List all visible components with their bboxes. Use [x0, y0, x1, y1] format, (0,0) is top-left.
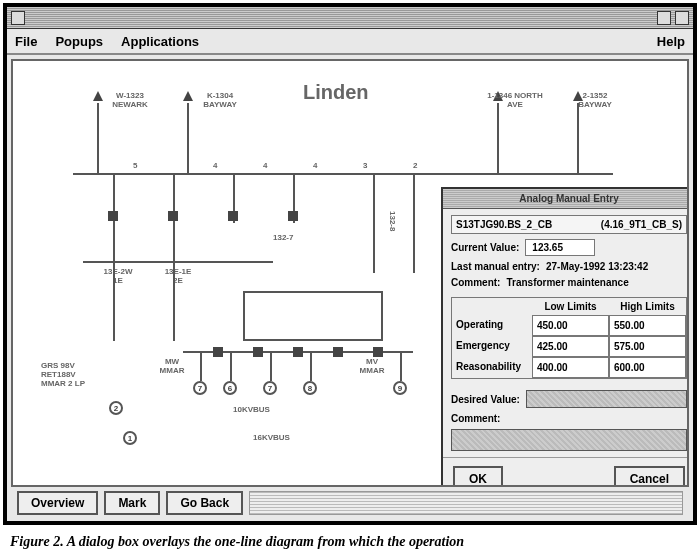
line [497, 103, 499, 173]
generator-icon[interactable]: 6 [223, 381, 237, 395]
node-label: 3 [363, 161, 367, 170]
menu-popups[interactable]: Popups [55, 34, 103, 49]
current-value: 123.65 [525, 239, 595, 256]
line [173, 261, 175, 341]
emergency-low[interactable]: 425.00 [532, 336, 609, 357]
system-menu-icon[interactable] [11, 11, 25, 25]
bottom-label: MW MMAR [153, 357, 191, 375]
line [270, 351, 272, 381]
comment-label: Comment: [451, 277, 500, 288]
side-label: 13E-1E 2E [159, 267, 197, 285]
dialog-titlebar[interactable]: Analog Manual Entry [443, 189, 689, 209]
left-stack-label: GRS 98V RET188V MMAR 2 LP [41, 361, 91, 388]
bus [83, 261, 273, 263]
generator-icon[interactable]: 7 [263, 381, 277, 395]
maximize-icon[interactable] [675, 11, 689, 25]
line [187, 103, 189, 173]
breaker-icon[interactable] [168, 211, 178, 221]
operating-high[interactable]: 550.00 [609, 315, 686, 336]
cancel-button[interactable]: Cancel [614, 466, 685, 487]
emergency-high[interactable]: 575.00 [609, 336, 686, 357]
comment-value: Transformer maintenance [506, 277, 628, 288]
col-low-limits: Low Limits [532, 298, 609, 315]
col-high-limits: High Limits [609, 298, 686, 315]
bus-label: 10KVBUS [233, 405, 270, 414]
line [113, 261, 115, 341]
row-reasonability-label: Reasonability [452, 357, 532, 378]
mark-button[interactable]: Mark [104, 491, 160, 515]
breaker-icon[interactable] [373, 347, 383, 357]
reasonability-high[interactable]: 600.00 [609, 357, 686, 378]
generator-icon[interactable]: 8 [303, 381, 317, 395]
side-label: 13E-2W 1E [99, 267, 137, 285]
node-label: 2 [413, 161, 417, 170]
breaker-icon[interactable] [288, 211, 298, 221]
bottom-toolbar: Overview Mark Go Back [11, 489, 689, 517]
feeder-label: 1-1346 NORTH AVE [485, 91, 545, 109]
comment-input[interactable] [451, 429, 687, 451]
line [310, 351, 312, 381]
feeder-label: 2-1352 BAYWAY [565, 91, 625, 109]
menubar: File Popups Applications Help [7, 29, 693, 55]
operating-low[interactable]: 450.00 [532, 315, 609, 336]
point-id: S13TJG90.BS_2_CB [456, 219, 552, 230]
diagram-title: Linden [303, 81, 369, 104]
breaker-icon[interactable] [228, 211, 238, 221]
mid-label: 132-8 [388, 211, 397, 231]
generator-box[interactable] [243, 291, 383, 341]
breaker-icon[interactable] [213, 347, 223, 357]
line [200, 351, 202, 381]
line [97, 103, 99, 173]
desired-value-label: Desired Value: [451, 394, 520, 405]
generator-icon[interactable]: 2 [109, 401, 123, 415]
manual-entry-dialog: Analog Manual Entry S13TJG90.BS_2_CB (4.… [441, 187, 689, 487]
reasonability-low[interactable]: 400.00 [532, 357, 609, 378]
bus-label: 16KVBUS [253, 433, 290, 442]
breaker-icon[interactable] [333, 347, 343, 357]
line [113, 221, 115, 261]
toolbar-spacer [249, 491, 683, 515]
line [577, 103, 579, 173]
line [173, 221, 175, 261]
feeder-label: W-1323 NEWARK [105, 91, 155, 109]
desired-value-input[interactable] [526, 390, 687, 408]
ok-button[interactable]: OK [453, 466, 503, 487]
breaker-icon[interactable] [293, 347, 303, 357]
line [373, 173, 375, 273]
breaker-icon[interactable] [108, 211, 118, 221]
generator-icon[interactable]: 1 [123, 431, 137, 445]
feeder-arrow-icon [183, 91, 193, 101]
menu-help[interactable]: Help [657, 34, 685, 49]
line [400, 351, 402, 381]
row-operating-label: Operating [452, 315, 532, 336]
node-label: 4 [213, 161, 217, 170]
bus [73, 173, 613, 175]
bottom-label: MV MMAR [353, 357, 391, 375]
current-value-label: Current Value: [451, 242, 519, 253]
goback-button[interactable]: Go Back [166, 491, 243, 515]
menu-file[interactable]: File [15, 34, 37, 49]
node-label: 4 [313, 161, 317, 170]
point-id-line: S13TJG90.BS_2_CB (4.16_9T1_CB_S) [451, 215, 687, 234]
generator-icon[interactable]: 9 [393, 381, 407, 395]
breaker-icon[interactable] [253, 347, 263, 357]
limits-table: Low Limits High Limits Operating 450.00 … [451, 297, 687, 379]
feeder-label: K-1304 BAYWAY [195, 91, 245, 109]
last-entry-value: 27-May-1992 13:23:42 [546, 261, 648, 272]
menu-applications[interactable]: Applications [121, 34, 199, 49]
point-code: (4.16_9T1_CB_S) [601, 219, 682, 230]
line [230, 351, 232, 381]
minimize-icon[interactable] [657, 11, 671, 25]
generator-icon[interactable]: 7 [193, 381, 207, 395]
row-emergency-label: Emergency [452, 336, 532, 357]
last-entry-label: Last manual entry: [451, 261, 540, 272]
figure-caption: Figure 2. A dialog box overlays the one-… [10, 534, 464, 550]
comment-input-label: Comment: [451, 413, 687, 424]
workarea: Linden W-1323 NEWARK K-1304 BAYWAY 1-134… [11, 59, 689, 487]
overview-button[interactable]: Overview [17, 491, 98, 515]
node-label: 5 [133, 161, 137, 170]
feeder-arrow-icon [93, 91, 103, 101]
mid-label: 132-7 [273, 233, 293, 242]
line [413, 173, 415, 273]
node-label: 4 [263, 161, 267, 170]
